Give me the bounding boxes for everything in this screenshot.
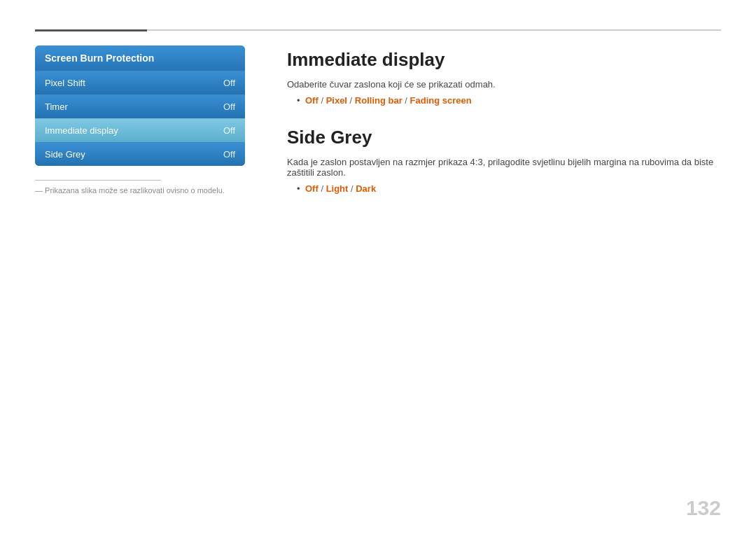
content-wrapper: Screen Burn Protection Pixel Shift Off T… bbox=[35, 45, 721, 499]
menu-item-side-grey[interactable]: Side Grey Off bbox=[35, 142, 245, 166]
immediate-display-opt-pixel: Pixel bbox=[326, 95, 347, 106]
menu-box: Screen Burn Protection Pixel Shift Off T… bbox=[35, 45, 245, 166]
side-grey-opt-dark: Dark bbox=[356, 183, 376, 194]
menu-item-timer-label: Timer bbox=[45, 101, 68, 112]
immediate-display-description: Odaberite čuvar zaslona koji će se prika… bbox=[287, 79, 721, 90]
side-grey-options: Off / Light / Dark bbox=[297, 183, 721, 194]
menu-item-pixel-shift-label: Pixel Shift bbox=[45, 78, 85, 88]
menu-item-immediate-display-value: Off bbox=[223, 125, 235, 136]
immediate-display-option-list-item: Off / Pixel / Rolling bar / Fading scree… bbox=[297, 95, 721, 106]
footnote-divider bbox=[35, 180, 161, 181]
right-panel: Immediate display Odaberite čuvar zaslon… bbox=[287, 45, 721, 499]
immediate-display-opt-rolling: Rolling bar bbox=[355, 95, 402, 106]
immediate-display-opt-fading: Fading screen bbox=[410, 95, 472, 106]
menu-item-timer[interactable]: Timer Off bbox=[35, 94, 245, 118]
left-panel: Screen Burn Protection Pixel Shift Off T… bbox=[35, 45, 245, 499]
menu-item-side-grey-label: Side Grey bbox=[45, 149, 85, 160]
sep2: / bbox=[347, 95, 355, 106]
side-grey-opt-off: Off bbox=[305, 183, 318, 194]
menu-item-immediate-display-label: Immediate display bbox=[45, 125, 118, 136]
menu-item-pixel-shift-value: Off bbox=[223, 78, 235, 88]
sep3: / bbox=[402, 95, 410, 106]
immediate-display-options: Off / Pixel / Rolling bar / Fading scree… bbox=[297, 95, 721, 106]
menu-item-timer-value: Off bbox=[223, 101, 235, 112]
sep1: / bbox=[318, 95, 326, 106]
side-grey-opt-light: Light bbox=[326, 183, 349, 194]
menu-item-immediate-display[interactable]: Immediate display Off bbox=[35, 118, 245, 142]
side-grey-option-list-item: Off / Light / Dark bbox=[297, 183, 721, 194]
immediate-display-opt-off: Off bbox=[305, 95, 318, 106]
sep5: / bbox=[348, 183, 356, 194]
side-grey-description: Kada je zaslon postavljen na razmjer pri… bbox=[287, 157, 721, 178]
sep4: / bbox=[318, 183, 326, 194]
menu-item-side-grey-value: Off bbox=[223, 149, 235, 160]
top-line-accent bbox=[35, 29, 147, 31]
immediate-display-title: Immediate display bbox=[287, 49, 721, 71]
menu-item-pixel-shift[interactable]: Pixel Shift Off bbox=[35, 71, 245, 94]
footnote-text: ― Prikazana slika može se razlikovati ov… bbox=[35, 186, 245, 195]
menu-title: Screen Burn Protection bbox=[35, 45, 245, 71]
page-number: 132 bbox=[686, 496, 721, 520]
side-grey-title: Side Grey bbox=[287, 127, 721, 148]
